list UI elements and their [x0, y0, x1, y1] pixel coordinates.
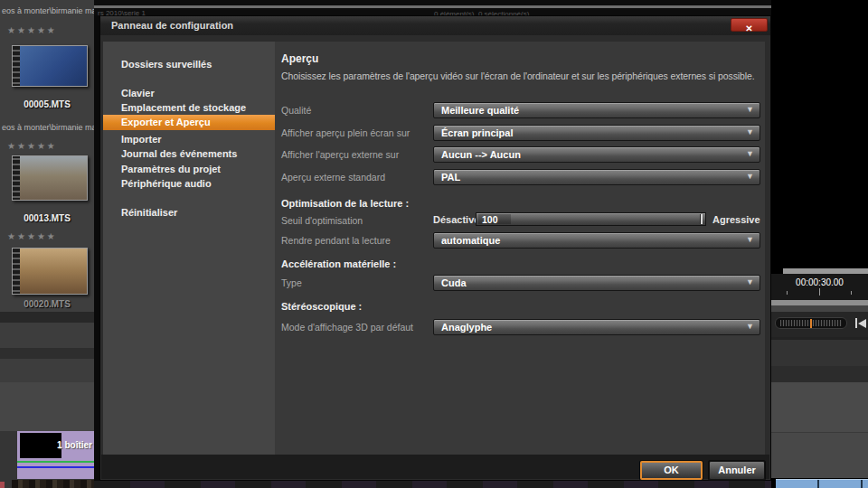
config-dialog: Panneau de configuration ✕ Dossiers surv… — [99, 15, 771, 481]
dropdown-mode-3d[interactable]: Anaglyphe ▼ — [433, 319, 760, 335]
filmstrip-edge-icon — [13, 156, 20, 200]
panel-band — [0, 323, 94, 348]
ruler-tick — [851, 291, 852, 295]
section-description: Choisissez les paramètres de l'aperçu vi… — [281, 70, 769, 82]
dialog-titlebar[interactable]: Panneau de configuration — [100, 16, 770, 35]
field-label-qualite: Qualité — [281, 105, 311, 116]
filmstrip-edge-icon — [13, 249, 20, 294]
skip-to-start-button[interactable] — [855, 318, 866, 328]
optimization-slider[interactable]: 100 — [476, 212, 706, 226]
video-thumbnail[interactable] — [12, 45, 88, 87]
dropdown-plein-ecran[interactable]: Écran principal ▼ — [433, 125, 760, 141]
sidebar-item-journal-evenements[interactable]: Journal des événements — [103, 146, 275, 162]
sidebar-item-reinitialiser[interactable]: Réinitialiser — [103, 205, 275, 221]
dropdown-type-acceleration[interactable]: Cuda ▼ — [433, 275, 760, 291]
dropdown-value: Aucun --> Aucun — [441, 147, 521, 162]
sidebar-item-importer[interactable]: Importer — [103, 132, 275, 147]
chevron-down-icon: ▼ — [746, 105, 754, 114]
field-label-apercu-externe: Afficher l'aperçu externe sur — [281, 149, 399, 160]
sidebar-item-emplacement-stockage[interactable]: Emplacement de stockage — [103, 100, 275, 116]
ok-button[interactable]: OK — [640, 461, 703, 480]
close-icon: ✕ — [745, 23, 752, 33]
sidebar-item-exporter-apercu[interactable]: Exporter et Aperçu — [103, 115, 275, 130]
timeline-video-track[interactable] — [12, 480, 94, 488]
filmstrip-edge-icon — [13, 46, 20, 86]
timeline-track — [771, 382, 868, 432]
panel-band — [0, 359, 94, 382]
slider-max-label: Agressive — [712, 214, 760, 225]
section-heading: Aperçu — [281, 52, 318, 65]
slider-value: 100 — [482, 214, 498, 225]
chevron-down-icon: ▼ — [746, 172, 754, 181]
skip-back-icon — [855, 318, 857, 328]
chevron-down-icon: ▼ — [746, 149, 754, 158]
timeline-title-clip[interactable]: 1 boîtier — [17, 431, 94, 479]
clip-blue-line — [17, 466, 94, 468]
ruler-tick — [819, 288, 820, 296]
toolbar-divider — [94, 5, 771, 8]
skip-back-icon — [858, 319, 866, 328]
ruler-tick — [787, 291, 788, 295]
field-label-externe-standard: Aperçu externe standard — [281, 172, 385, 183]
cancel-button[interactable]: Annuler — [709, 461, 765, 480]
video-thumbnail[interactable] — [12, 155, 88, 201]
app-toolbar-strip: rs 2010\serie 1 0 élément(s), 0 sélectio… — [94, 0, 771, 15]
timecode: 00:00:30.00 — [771, 277, 868, 287]
sidebar-item-parametres-projet[interactable]: Paramètres du projet — [103, 162, 275, 177]
timeline-track — [771, 432, 868, 478]
panel-band — [771, 366, 868, 382]
video-thumbnail[interactable] — [12, 248, 88, 295]
dropdown-qualite[interactable]: Meilleure qualité ▼ — [433, 102, 760, 118]
dropdown-rendre-lecture[interactable]: automatique ▼ — [433, 232, 760, 249]
clip-filename[interactable]: 00005.MTS — [0, 99, 94, 109]
bottom-track-strip — [94, 481, 771, 488]
sidebar-item-clavier[interactable]: Clavier — [103, 86, 275, 101]
dropdown-value: PAL — [441, 170, 460, 184]
clip-label: 1 boîtier — [57, 440, 92, 450]
dialog-sidebar: Dossiers surveillés Clavier Emplacement … — [103, 42, 275, 455]
chevron-down-icon: ▼ — [746, 322, 754, 331]
dialog-content: Aperçu Choisissez les paramètres de l'ap… — [275, 42, 765, 455]
sidebar-item-dossiers-surveilles[interactable]: Dossiers surveillés — [103, 57, 275, 72]
thumbnail-image — [20, 156, 87, 200]
dropdown-externe-standard[interactable]: PAL ▼ — [433, 169, 760, 185]
timeline-audio-clips[interactable] — [776, 479, 868, 488]
chevron-down-icon: ▼ — [746, 127, 754, 136]
rating-stars[interactable]: ★★★★★ — [7, 141, 57, 151]
thumbnail-image — [20, 249, 87, 294]
chevron-down-icon: ▼ — [746, 235, 754, 244]
dropdown-value: Cuda — [441, 276, 467, 290]
dropdown-apercu-externe[interactable]: Aucun --> Aucun ▼ — [433, 146, 760, 163]
clip-filename[interactable]: 00013.MTS — [0, 213, 94, 223]
jog-scrubber[interactable] — [775, 317, 847, 329]
rating-stars[interactable]: ★★★★★ — [7, 231, 57, 241]
panel-band — [0, 312, 94, 323]
section-header-acceleration: Accélération matérielle : — [281, 258, 396, 269]
section-header-optimisation: Optimisation de la lecture : — [281, 198, 409, 209]
player-timeline-column: 00:00:30.00 — [771, 0, 868, 488]
dropdown-value: Écran principal — [441, 126, 513, 140]
field-label-seuil: Seuil d'optimisation — [281, 215, 363, 226]
library-folder-path: eos à monter\birmanie ma — [2, 123, 94, 132]
chevron-down-icon: ▼ — [746, 277, 754, 286]
panel-band — [771, 305, 868, 312]
library-folder-path: eos à monter\birmanie ma — [2, 6, 94, 15]
timeline-ruler[interactable]: 00:00:30.00 — [771, 274, 868, 300]
clip-green-line — [17, 461, 94, 463]
scrubber-position-marker — [810, 319, 812, 329]
dropdown-value: Meilleure qualité — [441, 103, 519, 117]
dropdown-value: Anaglyphe — [441, 320, 492, 334]
media-library-panel: eos à monter\birmanie ma ★★★★★ 00005.MTS… — [0, 0, 94, 312]
panel-band — [771, 337, 868, 366]
clip-filename[interactable]: 00020.MTS — [0, 299, 94, 309]
field-label-rendre-lecture: Rendre pendant la lecture — [281, 235, 391, 246]
slider-thumb[interactable] — [700, 214, 703, 224]
transport-bar — [771, 312, 868, 337]
rating-stars[interactable]: ★★★★★ — [7, 25, 57, 35]
thumbnail-image — [20, 46, 87, 86]
screen: eos à monter\birmanie ma ★★★★★ 00005.MTS… — [0, 0, 868, 488]
panel-band — [0, 382, 94, 431]
timeline-red-clip — [0, 482, 5, 488]
close-button[interactable]: ✕ — [731, 18, 768, 32]
sidebar-item-peripherique-audio[interactable]: Périphérique audio — [103, 176, 275, 192]
